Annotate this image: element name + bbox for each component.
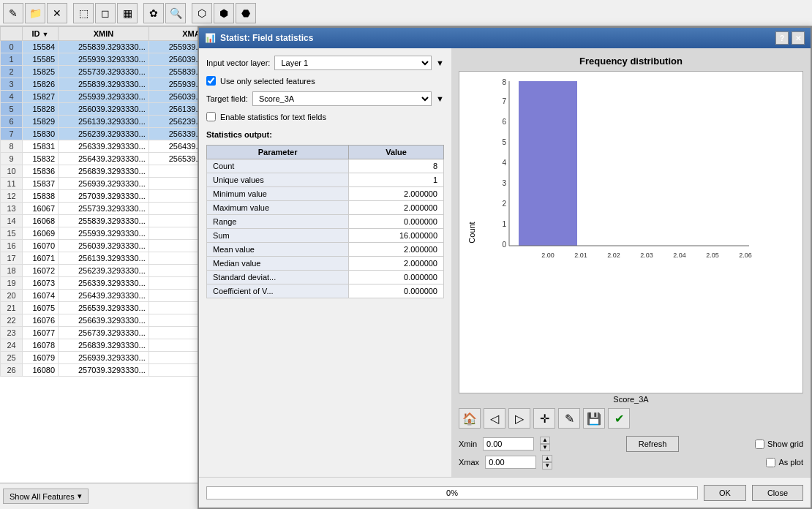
dialog-right-panel: Frequency distribution Count 0 xyxy=(451,48,811,477)
toolbar-open-btn[interactable]: 📁 xyxy=(25,3,45,23)
toolbar-settings-btn[interactable]: ⬣ xyxy=(236,3,256,23)
table-cell: 256839.3293330... xyxy=(59,339,149,352)
table-cell: 16079 xyxy=(23,352,59,364)
table-cell: 15832 xyxy=(23,153,59,165)
svg-rect-2 xyxy=(578,81,746,246)
input-layer-select[interactable]: Layer 1 xyxy=(274,56,432,70)
table-cell: 15584 xyxy=(23,41,59,53)
close-button[interactable]: Close xyxy=(752,485,803,501)
table-cell: 255839.3293330... xyxy=(59,78,149,91)
xmax-input[interactable] xyxy=(485,456,536,469)
table-cell: 16075 xyxy=(23,302,59,314)
toolbar-stats-btn[interactable]: ✿ xyxy=(143,3,164,23)
dialog-title-icon: 📊 xyxy=(205,33,216,43)
col-id[interactable]: ID ▼ xyxy=(23,27,59,41)
table-cell: 16071 xyxy=(23,252,59,265)
table-cell: 23 xyxy=(1,327,23,339)
table-cell: 19 xyxy=(1,277,23,290)
table-cell: 5 xyxy=(1,103,23,116)
table-cell: 13 xyxy=(1,203,23,215)
xmin-up-btn[interactable]: ▲ xyxy=(540,437,550,444)
col-xmin[interactable]: XMIN xyxy=(59,27,149,41)
toolbar-close-btn[interactable]: ✕ xyxy=(47,3,67,23)
svg-text:5: 5 xyxy=(502,138,506,146)
stats-row: Median value2.000000 xyxy=(207,257,444,271)
stats-value-cell: 2.000000 xyxy=(349,243,444,257)
as-plot-checkbox[interactable] xyxy=(766,458,775,467)
table-cell: 255739.3293330... xyxy=(59,66,149,78)
table-cell: 21 xyxy=(1,302,23,314)
stats-param-cell: Standard deviat... xyxy=(207,271,349,284)
table-cell: 256939.3293330... xyxy=(59,178,149,190)
show-grid-checkbox[interactable] xyxy=(755,440,764,449)
back-chart-btn[interactable]: ◁ xyxy=(484,408,505,429)
table-cell: 10 xyxy=(1,165,23,178)
toolbar-zoom-btn[interactable]: 🔍 xyxy=(165,3,186,23)
table-cell: 2 xyxy=(1,66,23,78)
toolbar-polygon-btn[interactable]: ◻ xyxy=(95,3,116,23)
table-cell: 15825 xyxy=(23,66,59,78)
svg-text:2.03: 2.03 xyxy=(640,252,653,259)
target-field-select[interactable]: Score_3A xyxy=(252,91,432,106)
svg-text:1: 1 xyxy=(502,220,506,228)
table-cell: 256839.3293330... xyxy=(59,165,149,178)
refresh-button[interactable]: Refresh xyxy=(626,436,680,452)
svg-text:2.06: 2.06 xyxy=(739,252,752,259)
input-layer-label: Input vector layer: xyxy=(206,59,270,67)
stats-param-cell: Mean value xyxy=(207,243,349,257)
forward-chart-btn[interactable]: ▷ xyxy=(508,408,530,429)
table-cell: 16073 xyxy=(23,277,59,290)
chart-area: Count 0 1 2 3 xyxy=(459,71,803,393)
stats-dialog: 📊 Statist: Field statistics ? ✕ Input ve… xyxy=(198,26,812,509)
enable-text-checkbox[interactable] xyxy=(206,112,216,121)
table-cell: 4 xyxy=(1,91,23,103)
table-cell: 16080 xyxy=(23,364,59,377)
dialog-left-panel: Input vector layer: Layer 1 ▼ Use only s… xyxy=(199,48,451,477)
progress-bar-container: 0% xyxy=(206,486,698,499)
stats-param-cell: Range xyxy=(207,215,349,229)
show-all-features-button[interactable]: Show All Features ▾ xyxy=(3,489,89,504)
dialog-titlebar: 📊 Statist: Field statistics ? ✕ xyxy=(199,28,811,48)
dialog-close-btn[interactable]: ✕ xyxy=(792,31,805,45)
table-cell: 255839.3293330... xyxy=(59,215,149,227)
table-cell: 0 xyxy=(1,41,23,53)
svg-text:2.05: 2.05 xyxy=(706,252,719,259)
stats-param-cell: Count xyxy=(207,159,349,173)
use-selected-checkbox[interactable] xyxy=(206,76,216,86)
pan-chart-btn[interactable]: ✛ xyxy=(533,408,555,429)
chart-x-label: Score_3A xyxy=(459,395,803,404)
toolbar-print-btn[interactable]: ⬡ xyxy=(192,3,212,23)
table-cell: 256039.3293330... xyxy=(59,240,149,252)
toolbar-export-btn[interactable]: ⬢ xyxy=(214,3,234,23)
toolbar-table-btn[interactable]: ▦ xyxy=(117,3,138,23)
table-cell: 16068 xyxy=(23,215,59,227)
as-plot-row: As plot xyxy=(766,458,803,467)
table-cell: 257039.3293330... xyxy=(59,190,149,203)
dialog-help-btn[interactable]: ? xyxy=(775,31,789,45)
xmax-down-btn[interactable]: ▼ xyxy=(542,462,552,470)
table-cell: 9 xyxy=(1,153,23,165)
table-cell: 15836 xyxy=(23,165,59,178)
xmax-up-btn[interactable]: ▲ xyxy=(542,455,552,462)
table-cell: 25 xyxy=(1,352,23,364)
table-cell: 257039.3293330... xyxy=(59,364,149,377)
svg-text:6: 6 xyxy=(502,118,506,126)
stats-param-header: Parameter xyxy=(207,146,349,159)
table-cell: 15829 xyxy=(23,116,59,128)
table-cell: 26 xyxy=(1,364,23,377)
xmin-down-btn[interactable]: ▼ xyxy=(540,444,550,451)
save-chart-btn[interactable]: 💾 xyxy=(583,408,605,429)
table-cell: 7 xyxy=(1,128,23,140)
home-chart-btn[interactable]: 🏠 xyxy=(459,408,481,429)
stats-param-cell: Unique values xyxy=(207,173,349,187)
toolbar-select-btn[interactable]: ⬚ xyxy=(73,3,94,23)
toolbar-new-btn[interactable]: ✎ xyxy=(3,3,23,23)
zoom-chart-btn[interactable]: ✎ xyxy=(558,408,580,429)
main-toolbar: ✎ 📁 ✕ ⬚ ◻ ▦ ✿ 🔍 ⬡ ⬢ ⬣ xyxy=(0,0,812,26)
xmin-input[interactable] xyxy=(483,437,534,450)
table-cell: 16067 xyxy=(23,203,59,215)
ok-button[interactable]: OK xyxy=(704,485,746,501)
stats-param-cell: Maximum value xyxy=(207,201,349,215)
config-chart-btn[interactable]: ✔ xyxy=(608,408,630,429)
stats-row: Standard deviat...0.000000 xyxy=(207,271,444,284)
